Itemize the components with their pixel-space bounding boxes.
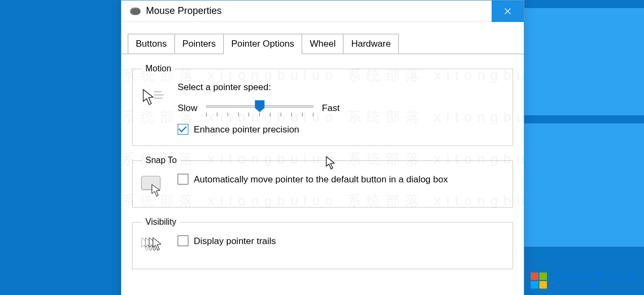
titlebar: Mouse Properties xyxy=(121,1,524,22)
pointer-trails-checkbox[interactable] xyxy=(178,235,188,246)
close-icon xyxy=(504,8,511,15)
motion-legend: Motion xyxy=(142,64,174,73)
tabstrip: Buttons Pointers Pointer Options Wheel H… xyxy=(121,22,524,54)
mouse-icon xyxy=(130,8,141,15)
pointer-trails-icon xyxy=(140,235,166,259)
enhance-pointer-precision-checkbox[interactable] xyxy=(178,124,188,135)
tab-pointers[interactable]: Pointers xyxy=(174,34,224,54)
slow-label: Slow xyxy=(178,103,197,114)
pointer-speed-slider[interactable] xyxy=(206,100,313,116)
snap-to-icon xyxy=(140,174,166,197)
mouse-properties-window: Mouse Properties Buttons Pointers Pointe… xyxy=(121,0,524,295)
slider-thumb[interactable] xyxy=(255,100,265,112)
brand-url: www.bjjmlv.com xyxy=(551,282,638,290)
visibility-group: Visibility Display pointer trails xyxy=(132,217,513,269)
desktop-tile xyxy=(521,123,644,247)
snap-to-default-checkbox[interactable] xyxy=(178,174,188,185)
snap-to-group: Snap To Automatically move pointer to th… xyxy=(132,156,513,208)
tab-pointer-options[interactable]: Pointer Options xyxy=(223,34,302,54)
close-button[interactable] xyxy=(492,1,524,22)
visibility-legend: Visibility xyxy=(142,217,180,227)
snap-to-legend: Snap To xyxy=(142,156,180,165)
desktop-tile xyxy=(521,8,644,115)
snap-to-default-label: Automatically move pointer to the defaul… xyxy=(194,174,448,186)
brand-name: Windows系统之家 xyxy=(551,271,638,283)
windows-logo-icon xyxy=(530,271,548,290)
tab-content: Motion Select a pointe xyxy=(121,54,524,295)
tab-hardware[interactable]: Hardware xyxy=(343,34,399,54)
window-title: Mouse Properties xyxy=(146,5,492,17)
pointer-trails-label: Display pointer trails xyxy=(194,235,276,247)
select-speed-label: Select a pointer speed: xyxy=(178,82,505,93)
fast-label: Fast xyxy=(322,103,340,114)
motion-group: Motion Select a pointe xyxy=(132,64,513,146)
enhance-pointer-precision-label: Enhance pointer precision xyxy=(194,124,299,136)
tab-buttons[interactable]: Buttons xyxy=(128,34,175,54)
brand-watermark: Windows系统之家 www.bjjmlv.com xyxy=(530,271,638,290)
pointer-speed-icon xyxy=(140,85,166,111)
tab-wheel[interactable]: Wheel xyxy=(302,34,343,54)
